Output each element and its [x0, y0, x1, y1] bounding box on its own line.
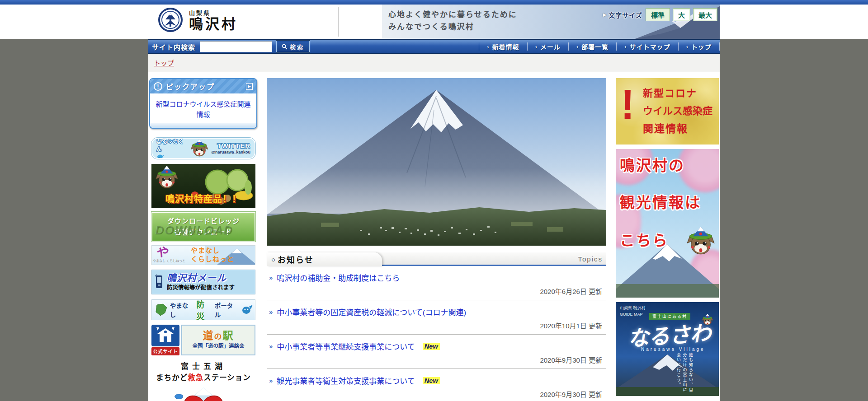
- news-arrow-icon: »: [269, 342, 273, 350]
- nav-item-mail[interactable]: › メール: [527, 42, 568, 51]
- bousai-label-part3: ポータル: [215, 301, 239, 319]
- banner-tourism-info[interactable]: 鳴沢村の 観光情報は こちら: [616, 149, 719, 298]
- banner-covid-info[interactable]: ! 新型コロナ ウイルス感染症 関連情報: [616, 78, 719, 145]
- news-marker-icon: ○: [271, 256, 275, 263]
- bousai-label-part1: やまなし: [170, 301, 194, 319]
- center-column: ○ お知らせ Topics » 鳴沢村の補助金・助成制度はこちら 2020年6月…: [267, 78, 606, 401]
- header: 山梨県 鳴沢村 心地よく健やかに暮らせるために みんなでつくる鳴沢村: [0, 5, 868, 39]
- exclamation-icon: !: [621, 82, 635, 127]
- fontsize-standard-button[interactable]: 標準: [646, 9, 670, 21]
- site-search-label: サイト内検索: [152, 42, 195, 51]
- news-title: お知らせ: [278, 253, 314, 265]
- banner-twitter[interactable]: なるシカくん TWITTER @narusawa_kankou: [151, 138, 255, 159]
- news-link[interactable]: 鳴沢村の補助金・助成制度はこちら: [277, 272, 400, 283]
- search-input[interactable]: [200, 41, 272, 52]
- fontsize-marker-icon: ▶: [603, 12, 607, 17]
- news-arrow-icon: »: [269, 274, 273, 281]
- new-badge: New: [423, 377, 440, 384]
- breadcrumb: トップ: [148, 54, 720, 72]
- covid-banner-text: 新型コロナ ウイルス感染症 関連情報: [643, 84, 712, 138]
- guide-map-region: 山梨県 鳴沢村 GUIDE MAP: [620, 305, 646, 317]
- pickup-header: ! ピックアップ ▶: [150, 79, 256, 93]
- tourism-banner-line1: 鳴沢村の: [620, 154, 685, 175]
- banner-kyukyu-station[interactable]: 富士五湖 まちかど救急ステーション: [151, 360, 255, 401]
- heart-fuji-illustration: [151, 384, 255, 401]
- news-date: 2020年10月1日 更新: [267, 318, 606, 334]
- official-site-badge: 公式サイト: [151, 347, 179, 355]
- village-mail-title: 鳴沢村メール: [167, 273, 235, 284]
- nav-item-sitemap[interactable]: › サイトマップ: [616, 42, 678, 51]
- news-arrow-icon: »: [269, 377, 273, 384]
- header-visual: 心地よく健やかに暮らせるために みんなでつくる鳴沢村 ▶ 文字サイズ 標準 大 …: [382, 5, 720, 39]
- kurashinet-label: やまなし くらしねっと: [191, 247, 234, 264]
- nav-arrow-icon: ›: [624, 43, 627, 50]
- nav-item-top[interactable]: › トップ: [678, 42, 720, 51]
- fontsize-label: 文字サイズ: [609, 10, 642, 19]
- news-link[interactable]: 観光事業者等衛生対策支援事業について: [277, 375, 415, 386]
- site-catchphrase: 心地よく健やかに暮らせるために みんなでつくる鳴沢村: [388, 9, 517, 33]
- header-divider: [338, 7, 339, 37]
- download-line1: ダウンロードビレッジ: [152, 216, 255, 227]
- prefecture-label: 山梨県: [189, 8, 238, 17]
- right-sidebar: ! 新型コロナ ウイルス感染症 関連情報 鳴沢村の 観光情報は: [616, 78, 719, 401]
- kurashinet-logo: や: [156, 247, 185, 258]
- fontsize-largest-button[interactable]: 最大: [693, 9, 717, 21]
- pickup-more-icon[interactable]: ▶: [246, 83, 253, 90]
- pickup-footer: [150, 123, 256, 128]
- left-sidebar: ! ピックアップ ▶ 新型コロナウイルス感染症関連情報 なるシカくん: [149, 78, 257, 401]
- pickup-covid-link[interactable]: 新型コロナウイルス感染症関連情報: [156, 100, 250, 118]
- michinoeki-pictogram: [151, 325, 179, 346]
- nav-menu: › 新着情報 › メール › 部署一覧 › サイトマップ › トップ: [479, 40, 720, 53]
- fuji-aerial-photo: [267, 78, 606, 246]
- search-icon: [282, 44, 288, 50]
- bousai-mascot-icon: [241, 304, 253, 316]
- nav-arrow-icon: ›: [487, 43, 489, 50]
- banner-local-products[interactable]: 鳴沢村特産品！！: [151, 164, 255, 208]
- mascot-icon: [686, 227, 715, 256]
- search-button[interactable]: 検索: [276, 41, 310, 52]
- mascot-icon: [190, 139, 208, 158]
- news-link[interactable]: 中小事業者等事業継続支援事業について: [277, 340, 415, 352]
- banner-michinoeki[interactable]: 公式サイト 道の駅 全国「道の駅」連絡会: [151, 325, 255, 355]
- news-list: » 鳴沢村の補助金・助成制度はこちら 2020年6月26日 更新 » 中小事業者…: [267, 266, 606, 401]
- mascot-name-label: なるシカくん: [156, 138, 188, 153]
- nav-item-news[interactable]: › 新着情報: [479, 42, 527, 51]
- village-emblem-icon: [158, 8, 183, 32]
- local-products-label: 鳴沢村特産品！！: [151, 192, 255, 205]
- banner-guide-map[interactable]: 山梨県 鳴沢村 GUIDE MAP 富士山にある村 なるさわ Narusawa …: [616, 302, 719, 396]
- news-tab: ○ お知らせ: [267, 252, 382, 266]
- font-size-controls: ▶ 文字サイズ 標準 大 最大: [603, 9, 717, 21]
- pickup-title: ピックアップ: [166, 81, 215, 92]
- banner-village-mail[interactable]: 鳴沢村メール 防災情報等が配信されます: [151, 270, 255, 294]
- main-navbar: サイト内検索 検索 › 新着情報 › メール › 部署一覧 ›: [148, 39, 720, 54]
- news-topics-label: Topics: [578, 255, 603, 263]
- nav-item-departments[interactable]: › 部署一覧: [568, 42, 616, 51]
- download-line2: 各種ダウンロード: [152, 227, 255, 238]
- kurashinet-logo-sub: やまなし くらしねっと: [153, 258, 185, 263]
- michinoeki-subtitle: 全国「道の駅」連絡会: [182, 342, 255, 349]
- village-name: 鳴沢村: [189, 17, 238, 32]
- new-badge: New: [423, 343, 440, 350]
- kyukyu-line2: まちかど救急ステーション: [151, 372, 255, 382]
- twitter-account-label: @narusawa_kankou: [211, 150, 250, 154]
- top-accent-bar: [0, 0, 868, 5]
- kyukyu-line1: 富士五湖: [151, 360, 255, 371]
- banner-download-village[interactable]: DOWNLOAD ダウンロードビレッジ 各種ダウンロード: [151, 212, 255, 242]
- yamanashi-map-icon: [154, 303, 168, 317]
- mobile-phone-icon: [155, 275, 163, 289]
- news-link[interactable]: 中小事業者等の固定資産税の軽減について(コロナ関連): [277, 306, 466, 317]
- michinoeki-title: 道の駅: [182, 331, 255, 341]
- mascot-icon: [702, 314, 713, 326]
- pickup-box: ! ピックアップ ▶ 新型コロナウイルス感染症関連情報: [149, 78, 257, 129]
- nav-arrow-icon: ›: [535, 43, 538, 50]
- guide-map-en-title: Narusawa Village: [641, 347, 705, 352]
- news-date: 2020年9月30日 更新: [267, 387, 606, 401]
- banner-bousai-portal[interactable]: やまなし 防災 ポータル: [151, 299, 255, 320]
- banner-kurashinet[interactable]: や やまなし くらしねっと やまなし くらしねっと: [151, 245, 255, 265]
- main-content: ! ピックアップ ▶ 新型コロナウイルス感染症関連情報 なるシカくん: [148, 72, 720, 401]
- pickup-alert-icon: !: [154, 82, 162, 91]
- site-logo[interactable]: 山梨県 鳴沢村: [158, 8, 238, 32]
- fontsize-large-button[interactable]: 大: [673, 9, 690, 21]
- breadcrumb-top-link[interactable]: トップ: [154, 59, 174, 67]
- fuji-night-photo-icon: [616, 353, 719, 396]
